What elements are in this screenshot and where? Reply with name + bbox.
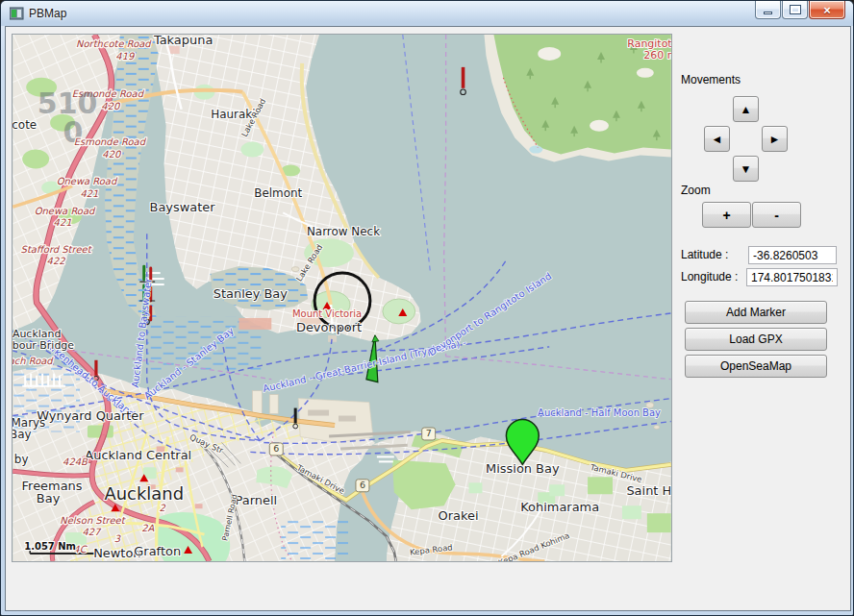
map-label: Mount Victoria [292,308,362,319]
zoom-out-button[interactable]: - [752,202,801,228]
window-title: PBMap [29,7,66,20]
map-label: 420 [101,101,121,111]
close-icon: × [823,3,831,17]
zoom-in-button[interactable]: + [702,202,751,228]
map-label: Orakei [439,508,479,523]
map-label: 2A [141,523,154,533]
map-label: Parnell [236,493,278,507]
map-label: Stanley Bay [214,286,289,301]
map-label: Stafford Street [21,244,93,255]
minimize-button[interactable] [755,1,781,19]
longitude-label: Longitude : [681,270,738,283]
longitude-input[interactable] [746,268,838,286]
plus-icon: + [722,208,730,223]
load-gpx-button[interactable]: Load GPX [685,328,827,351]
map-label: Takapuna [153,34,213,47]
map-label: Esmonde Road [74,136,147,147]
map-label: Kohimarama [520,500,599,514]
move-up-button[interactable]: ▲ [733,96,759,122]
app-window: PBMap × [0,0,854,616]
map-label: Belmont [254,186,302,200]
map-label: 420 [102,149,122,160]
map-label: Grafton [134,544,181,558]
arrow-down-icon: ▼ [741,162,752,176]
map-label: Harbour Bridge [12,339,74,352]
maximize-icon [791,6,800,13]
map-label: cote [12,118,37,132]
map-label: Beach Road [12,356,54,366]
minus-icon: - [774,208,779,223]
map-label: Onewa Road [35,206,96,216]
route-shield: 6 [356,480,369,492]
minimize-icon [764,12,772,14]
map-label: Onewa Road [57,176,118,186]
maximize-button[interactable] [782,1,808,19]
move-down-button[interactable]: ▼ [733,156,759,182]
move-right-button[interactable]: ► [762,126,788,152]
map-label: Auckland - Half Moon Bay [538,407,661,418]
arrow-left-icon: ◄ [712,133,723,146]
map-label: 1.057 Nm [24,541,76,552]
add-marker-button[interactable]: Add Marker [685,301,827,324]
map-label: Auckland [104,483,184,504]
map-label: Bay [12,428,32,441]
map-label: by [14,453,29,466]
move-left-button[interactable]: ◄ [704,126,730,152]
route-shield: 6 [269,443,283,456]
map-label: 3 [114,533,121,544]
map-label: Devonport [296,320,362,334]
latitude-input[interactable] [748,246,837,264]
movements-label: Movements [681,73,741,86]
arrow-up-icon: ▲ [741,103,752,116]
map-label: Saint He [626,483,672,498]
map-canvas[interactable]: 766 Northcote Road419TakapunaEsmonde Roa… [12,34,672,562]
map-label: Nelson Street [60,515,126,526]
map-label: 421 [54,217,72,228]
map-label: 422 [47,256,66,266]
map-label: 421 [80,188,98,199]
map-label: 424B [63,456,88,467]
map-label: Northcote Road [76,38,152,49]
app-icon [10,7,24,20]
svg-text:7: 7 [426,428,432,438]
screen: PBMap × [0,0,854,616]
client-area: 766 Northcote Road419TakapunaEsmonde Roa… [5,26,851,611]
arrow-right-icon: ► [769,133,781,146]
map-label: Wynyard Quarter [37,408,144,423]
map-label: 260 m [643,49,672,62]
latitude-label: Latitude : [681,248,728,261]
openseamap-button[interactable]: OpenSeaMap [685,355,827,378]
map-label: Bayswater [150,200,216,214]
titlebar[interactable]: PBMap × [1,1,853,26]
route-shield: 7 [422,428,436,440]
svg-text:6: 6 [360,480,365,490]
map-label: Auckland Central [85,448,191,462]
map-label: Mission Bay [486,461,560,476]
map-label: 419 [115,51,135,62]
close-button[interactable]: × [809,1,845,19]
map-label: 427 [82,527,102,537]
zoom-label: Zoom [681,184,711,197]
map-label: Narrow Neck [307,225,380,238]
map-label: 2 [160,503,166,513]
map-label: Bay [37,491,61,505]
svg-text:6: 6 [273,443,279,454]
